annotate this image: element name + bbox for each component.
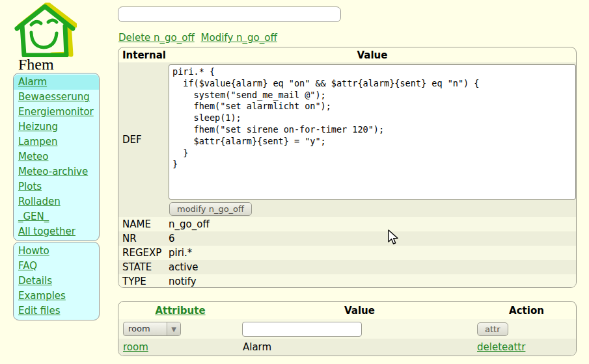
internal-key: NR [118, 231, 169, 246]
table-row: TYPE notify [118, 274, 576, 288]
sidebar-item-lampen[interactable]: Lampen [14, 135, 99, 150]
sidebar-item-gen[interactable]: _GEN_ [14, 209, 99, 224]
attribute-name-link[interactable]: room [123, 341, 148, 353]
internal-value: n_go_off [169, 217, 576, 231]
chevron-down-icon: ▼ [167, 322, 180, 335]
modify-device-button[interactable]: modify n_go_off [169, 202, 252, 216]
device-actions: Delete n_go_off Modify n_go_off [118, 32, 281, 44]
internal-value: 6 [169, 231, 576, 246]
internals-header-internal: Internal [118, 47, 169, 62]
sidebar-item-meteo[interactable]: Meteo [14, 150, 99, 164]
table-row: NR 6 [118, 231, 576, 246]
internals-table: Internal Value DEF piri.* { if($value{al… [118, 47, 577, 288]
modify-device-link[interactable]: Modify n_go_off [201, 32, 277, 44]
command-input[interactable] [118, 6, 341, 22]
table-row: NAME n_go_off [118, 217, 576, 231]
internal-key: NAME [118, 217, 169, 231]
sidebar-item-rolladen[interactable]: Rolladen [14, 194, 99, 209]
internal-value: piri.* [169, 246, 576, 260]
table-row: REGEXP piri.* [118, 246, 576, 260]
internal-key: REGEXP [118, 246, 169, 260]
sidebar-item-all-together[interactable]: All together [14, 224, 99, 239]
attribute-select[interactable]: room ▼ [123, 322, 181, 336]
sidebar-item-faq[interactable]: FAQ [14, 259, 99, 274]
fhem-house-icon [12, 3, 77, 57]
fhem-page: Fhem Alarm Bewaesserung Energiemonitor H… [0, 0, 589, 364]
sidebar-item-edit-files[interactable]: Edit files [14, 304, 99, 318]
attribute-row: room Alarm deleteattr [118, 339, 576, 356]
def-label: DEF [118, 62, 169, 217]
internal-key: TYPE [118, 274, 169, 288]
attribute-value: Alarm [242, 341, 477, 353]
attribute-value-input[interactable] [242, 322, 362, 337]
attributes-header-row: Attribute Value Action [118, 302, 576, 319]
attribute-controls-row: room ▼ attr [118, 319, 576, 339]
attribute-header-link[interactable]: Attribute [155, 305, 205, 317]
sidebar-item-plots[interactable]: Plots [14, 179, 99, 194]
sidebar-item-heizung[interactable]: Heizung [14, 120, 99, 135]
sidebar-item-examples[interactable]: Examples [14, 289, 99, 304]
sidebar-item-meteo-archive[interactable]: Meteo-archive [14, 164, 99, 179]
table-row: STATE active [118, 260, 576, 274]
logo-text: Fhem [18, 56, 90, 73]
attr-button[interactable]: attr [477, 322, 508, 336]
def-code-textarea[interactable]: piri.* { if($value{alarm} eq "on" && $at… [169, 64, 576, 200]
sidebar-item-details[interactable]: Details [14, 274, 99, 289]
room-menu: Alarm Bewaesserung Energiemonitor Heizun… [13, 73, 100, 241]
attributes-header-value: Value [242, 305, 477, 317]
delete-device-link[interactable]: Delete n_go_off [118, 32, 195, 44]
attributes-table: Attribute Value Action room ▼ attr room … [118, 301, 577, 356]
sidebar-item-energiemonitor[interactable]: Energiemonitor [14, 105, 99, 120]
internal-value: notify [169, 274, 576, 288]
attributes-header-action: Action [477, 305, 576, 317]
internal-value: active [169, 260, 576, 274]
attribute-select-value: room [124, 322, 167, 335]
fhem-logo[interactable]: Fhem [12, 3, 90, 73]
internals-header-row: Internal Value [118, 47, 576, 62]
internals-header-value: Value [169, 47, 576, 62]
help-menu: Howto FAQ Details Examples Edit files [13, 242, 100, 320]
def-row: DEF piri.* { if($value{alarm} eq "on" &&… [118, 62, 576, 217]
sidebar-item-alarm[interactable]: Alarm [14, 75, 99, 90]
internal-key: STATE [118, 260, 169, 274]
deleteattr-link[interactable]: deleteattr [477, 341, 525, 353]
sidebar-item-bewaesserung[interactable]: Bewaesserung [14, 90, 99, 105]
sidebar-item-howto[interactable]: Howto [14, 244, 99, 259]
